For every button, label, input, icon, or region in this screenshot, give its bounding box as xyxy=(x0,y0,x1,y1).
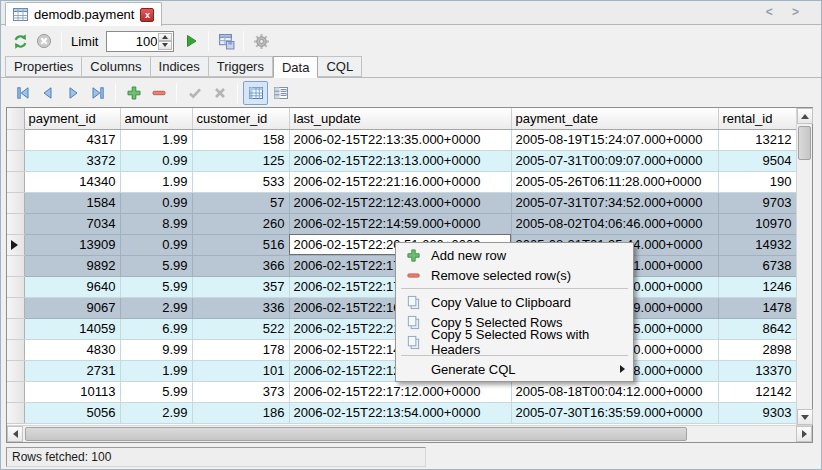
menu-item-generate-cql[interactable]: Generate CQL xyxy=(398,359,631,379)
cell-customer_id[interactable]: 357 xyxy=(192,276,289,297)
row-header-cell[interactable] xyxy=(7,234,24,255)
row-header-cell[interactable] xyxy=(7,276,24,297)
row-header-cell[interactable] xyxy=(7,129,24,150)
cell-payment_id[interactable]: 14059 xyxy=(24,318,120,339)
menu-item-copy-value-to-clipboard[interactable]: Copy Value to Clipboard xyxy=(398,292,631,312)
tab-data[interactable]: Data xyxy=(273,56,318,78)
row-header-cell[interactable] xyxy=(7,213,24,234)
cell-amount[interactable]: 0.99 xyxy=(120,192,192,213)
cell-customer_id[interactable]: 101 xyxy=(192,360,289,381)
cell-rental_id[interactable]: 8642 xyxy=(718,318,796,339)
spin-up-button[interactable] xyxy=(158,33,172,42)
cell-last_update[interactable]: 2006-02-15T22:21:16.000+0000 xyxy=(289,171,511,192)
cell-customer_id[interactable]: 57 xyxy=(192,192,289,213)
previous-row-button[interactable] xyxy=(35,81,60,105)
column-header-last_update[interactable]: last_update xyxy=(289,108,511,129)
apply-changes-button[interactable] xyxy=(182,81,207,105)
menu-item-add-new-row[interactable]: Add new row xyxy=(398,245,631,265)
row-header-cell[interactable] xyxy=(7,381,24,402)
cell-rental_id[interactable]: 190 xyxy=(718,171,796,192)
cell-last_update[interactable]: 2006-02-15T22:17:12.000+0000 xyxy=(289,381,511,402)
close-icon[interactable]: x xyxy=(140,8,154,22)
cell-amount[interactable]: 6.99 xyxy=(120,318,192,339)
cell-rental_id[interactable]: 13212 xyxy=(718,129,796,150)
cell-rental_id[interactable]: 2898 xyxy=(718,339,796,360)
column-header-amount[interactable]: amount xyxy=(120,108,192,129)
cell-payment_date[interactable]: 2005-07-30T16:35:59.000+0000 xyxy=(511,402,718,423)
horizontal-scrollbar[interactable] xyxy=(7,425,812,442)
cell-amount[interactable]: 0.99 xyxy=(120,150,192,171)
cell-last_update[interactable]: 2006-02-15T22:13:13.000+0000 xyxy=(289,150,511,171)
cell-customer_id[interactable]: 366 xyxy=(192,255,289,276)
add-row-button[interactable] xyxy=(121,81,146,105)
tab-indices[interactable]: Indices xyxy=(151,56,209,77)
cell-last_update[interactable]: 2006-02-15T22:13:54.000+0000 xyxy=(289,402,511,423)
row-header-cell[interactable] xyxy=(7,360,24,381)
row-header-cell[interactable] xyxy=(7,297,24,318)
row-header-cell[interactable] xyxy=(7,192,24,213)
scroll-right-button[interactable] xyxy=(796,426,812,442)
cell-last_update[interactable]: 2006-02-15T22:12:43.000+0000 xyxy=(289,192,511,213)
row-header-cell[interactable] xyxy=(7,318,24,339)
cell-rental_id[interactable]: 1478 xyxy=(718,297,796,318)
cell-payment_id[interactable]: 7034 xyxy=(24,213,120,234)
tab-cql[interactable]: CQL xyxy=(318,56,362,77)
limit-input[interactable] xyxy=(109,33,157,50)
scroll-up-button[interactable] xyxy=(797,108,813,124)
remove-row-button[interactable] xyxy=(146,81,171,105)
vertical-scrollbar[interactable] xyxy=(796,108,812,425)
cell-amount[interactable]: 1.99 xyxy=(120,129,192,150)
cell-amount[interactable]: 1.99 xyxy=(120,360,192,381)
form-view-button[interactable] xyxy=(268,81,293,105)
spin-down-button[interactable] xyxy=(158,41,172,50)
cell-rental_id[interactable]: 9703 xyxy=(718,192,796,213)
grid-corner[interactable] xyxy=(7,108,24,129)
execute-button[interactable] xyxy=(179,29,203,53)
cell-rental_id[interactable]: 1246 xyxy=(718,276,796,297)
cell-payment_date[interactable]: 2005-08-19T15:24:07.000+0000 xyxy=(511,129,718,150)
row-header-cell[interactable] xyxy=(7,255,24,276)
column-header-payment_date[interactable]: payment_date xyxy=(511,108,718,129)
cell-payment_id[interactable]: 2731 xyxy=(24,360,120,381)
cell-payment_id[interactable]: 4317 xyxy=(24,129,120,150)
cell-amount[interactable]: 1.99 xyxy=(120,171,192,192)
horizontal-scroll-thumb[interactable] xyxy=(25,427,687,441)
cell-payment_id[interactable]: 4830 xyxy=(24,339,120,360)
cell-payment_date[interactable]: 2005-07-31T07:34:52.000+0000 xyxy=(511,192,718,213)
refresh-button[interactable] xyxy=(8,29,32,53)
cell-amount[interactable]: 8.99 xyxy=(120,213,192,234)
first-row-button[interactable] xyxy=(10,81,35,105)
row-header-cell[interactable] xyxy=(7,339,24,360)
cell-customer_id[interactable]: 533 xyxy=(192,171,289,192)
cell-rental_id[interactable]: 9303 xyxy=(718,402,796,423)
cell-amount[interactable]: 5.99 xyxy=(120,255,192,276)
column-header-rental_id[interactable]: rental_id xyxy=(718,108,796,129)
cell-amount[interactable]: 5.99 xyxy=(120,381,192,402)
row-header-cell[interactable] xyxy=(7,150,24,171)
cell-rental_id[interactable]: 9504 xyxy=(718,150,796,171)
cell-amount[interactable]: 2.99 xyxy=(120,402,192,423)
menu-item-remove-selected-row-s[interactable]: Remove selected row(s) xyxy=(398,265,631,285)
stop-button[interactable] xyxy=(32,29,56,53)
tab-scroll-chevrons[interactable]: < > xyxy=(766,5,807,19)
scroll-left-button[interactable] xyxy=(7,426,23,442)
cell-last_update[interactable]: 2006-02-15T22:13:35.000+0000 xyxy=(289,129,511,150)
cell-payment_id[interactable]: 1584 xyxy=(24,192,120,213)
cell-payment_date[interactable]: 2005-08-18T00:04:12.000+0000 xyxy=(511,381,718,402)
export-resultset-button[interactable] xyxy=(214,29,238,53)
column-header-customer_id[interactable]: customer_id xyxy=(192,108,289,129)
cell-customer_id[interactable]: 336 xyxy=(192,297,289,318)
cell-payment_date[interactable]: 2005-08-02T04:06:46.000+0000 xyxy=(511,213,718,234)
settings-button[interactable] xyxy=(249,29,273,53)
cell-customer_id[interactable]: 260 xyxy=(192,213,289,234)
cell-customer_id[interactable]: 125 xyxy=(192,150,289,171)
vertical-scroll-thumb[interactable] xyxy=(798,126,811,160)
tab-properties[interactable]: Properties xyxy=(5,56,82,77)
cell-payment_id[interactable]: 9640 xyxy=(24,276,120,297)
cell-amount[interactable]: 2.99 xyxy=(120,297,192,318)
last-row-button[interactable] xyxy=(85,81,110,105)
cell-customer_id[interactable]: 522 xyxy=(192,318,289,339)
cell-customer_id[interactable]: 373 xyxy=(192,381,289,402)
next-row-button[interactable] xyxy=(60,81,85,105)
row-header-cell[interactable] xyxy=(7,402,24,423)
